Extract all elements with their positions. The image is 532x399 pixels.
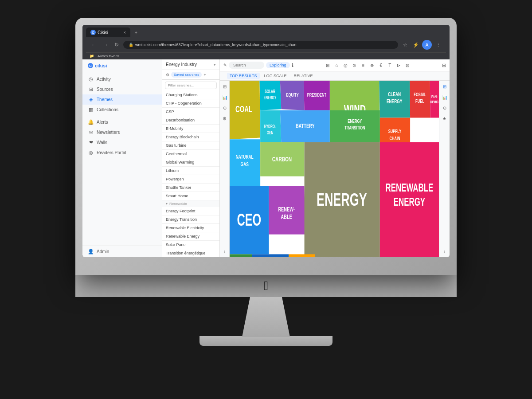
cell-fossil-fuels[interactable] [252,254,289,257]
profile-button[interactable]: A [422,40,432,50]
imac-stand-base [200,336,332,346]
address-bar[interactable]: 🔒 wmt.cikisi.com/themes/637/explore?char… [123,41,398,49]
list-item[interactable]: Energy Transition [162,215,219,224]
nav-icons: ☆ ⚡ A ⋮ [401,40,442,50]
list-item[interactable]: Transition énergétique [162,249,219,257]
collections-icon: ▦ [88,107,94,113]
side-icon-3[interactable]: ⊙ [221,104,229,112]
exploring-badge: Exploring [266,62,290,68]
cell-pandemic[interactable] [430,81,439,117]
sidebar-item-activity[interactable]: ◷ Activity [82,74,162,84]
sidebar-item-sources[interactable]: ⊞ Sources [82,84,162,94]
cell-solar-power[interactable] [289,254,315,257]
active-tab[interactable]: C Cikisi × [86,27,130,37]
side-icon-5[interactable]: ↓ [221,247,229,255]
back-button[interactable]: ← [90,41,98,49]
search-input[interactable] [165,82,217,89]
new-tab-button[interactable]: + [131,28,141,37]
forward-button[interactable]: → [101,41,110,49]
right-side-icon-2[interactable]: 📊 [441,93,449,101]
toolbar-icon-8[interactable]: T [386,61,394,69]
sidebar-item-alerts[interactable]: 🔔 Alerts [82,117,162,127]
sidebar-item-admin[interactable]: 👤 Admin [88,249,156,254]
saved-searches-tag[interactable]: Saved searches [171,72,202,78]
list-item[interactable]: E-Mobility [162,125,219,133]
label-battery: BATTERY [296,122,315,130]
right-side-icon-1[interactable]: ⊞ [441,82,449,90]
right-side-icon-3[interactable]: ⊙ [441,104,449,112]
toolbar-icon-6[interactable]: ⊕ [368,61,376,69]
label-pandemic-2: DEMIC [430,100,438,105]
sidebar-item-walls[interactable]: ❤ Walls [82,137,162,148]
toolbar-icon-4[interactable]: ⊙ [350,61,358,69]
list-item[interactable]: Shuttle Tanker [162,184,219,192]
list-item[interactable]: Solar Panel [162,241,219,249]
list-item[interactable]: Renewable Electricity [162,224,219,232]
saved-searches-label: Saved searches [174,73,199,77]
bookmark-star-icon[interactable]: ☆ [401,40,410,49]
bookmarks-text[interactable]: Autres favoris [98,54,119,58]
list-item[interactable]: Decarbonisation [162,116,219,125]
list-item[interactable]: Gas turbine [162,141,219,150]
toolbar-icon-7[interactable]: € [377,61,385,69]
sidebar-item-collections[interactable]: ▦ Collections [82,105,162,115]
right-side-icon-4[interactable]: ★ [441,114,449,122]
label-equity: EQUITY [286,92,299,98]
list-item[interactable]: Smart Home [162,192,219,200]
toolbar-icon-1[interactable]: ⊞ [324,61,332,69]
list-item[interactable]: CHP - Cogeneration [162,99,219,108]
list-item[interactable]: Renewable Energy [162,232,219,241]
right-side-icon-5[interactable]: ↓ [441,247,449,255]
refresh-button[interactable]: ↻ [113,41,121,49]
tab-log-scale[interactable]: LOG SCALE [262,73,289,79]
label-hydrogen-2: GEN [267,130,274,135]
sidebar-item-newsletters[interactable]: ✉ Newsletters [82,127,162,137]
browser-chrome: C Cikisi × + ← → ↻ 🔒 wmt.cikisi.com/them… [82,25,450,59]
bookmarks-bar: 📁 Autres favoris [86,52,446,59]
left-side-panel: ⊞ 📊 ⊙ ⚙ ↓ [220,81,230,257]
toolbar-icon-2[interactable]: ☆ [332,61,340,69]
list-item[interactable]: Powergen [162,175,219,184]
label-ceo: CEO [237,211,261,230]
list-item[interactable]: Geothermal [162,150,219,158]
list-item[interactable]: Charging Stations [162,91,219,99]
middle-panel: Energy Industry ▾ ⚙ Saved searches + [162,59,220,257]
side-icon-2[interactable]: 📊 [221,93,229,101]
toolbar-icon-9[interactable]: ⊳ [395,61,403,69]
walls-icon: ❤ [88,140,94,145]
sidebar-item-readers-portal[interactable]: ◎ Readers Portal [82,148,162,158]
main-toolbar: ✎ Exploring ℹ ⊞ ☆ ◎ ⊙ [220,59,450,71]
sidebar-item-themes[interactable]: ◈ Themes [82,94,162,105]
search-container: + [162,80,219,91]
list-item[interactable]: CSP [162,108,219,116]
toolbar-icon-5[interactable]: ≡ [359,61,367,69]
expand-icon[interactable]: ⊞ [442,63,446,68]
extensions-icon[interactable]: ⚡ [411,40,420,49]
tab-label: Cikisi [98,30,108,35]
label-energy: ENERGY [317,190,367,210]
menu-button[interactable]: ⋮ [434,40,442,49]
cell-green-energy[interactable] [230,254,252,257]
list-item[interactable]: Energy Blockchain [162,133,219,141]
app-container: C cikisi ◷ Activity ⊞ Sources [82,59,450,257]
tab-close-button[interactable]: × [123,30,126,35]
side-icon-4[interactable]: ⚙ [221,114,229,122]
sidebar-admin: 👤 Admin [82,246,162,257]
list-item[interactable]: Energy Footprint [162,207,219,215]
tab-top-results[interactable]: TOP RESULTS [227,73,260,79]
toolbar-icon-3[interactable]: ◎ [341,61,349,69]
admin-label: Admin [97,249,109,254]
list-item[interactable]: Global Warming [162,158,219,167]
exploring-label: Exploring [270,63,286,67]
edit-icon[interactable]: ✎ [223,63,227,67]
main-search-input[interactable] [229,62,264,69]
tab-relative[interactable]: RELATIVE [291,73,316,79]
side-icon-1[interactable]: ⊞ [221,82,229,90]
list-item[interactable]: Lithium [162,167,219,175]
toolbar-icon-10[interactable]: ⊡ [403,61,411,69]
section-collapse-icon[interactable]: ▾ [166,202,168,206]
label-clean-energy-2: ENERGY [387,98,403,105]
add-filter-icon[interactable]: + [203,73,206,77]
theme-dropdown-icon[interactable]: ▾ [214,63,216,67]
info-icon[interactable]: ℹ [292,63,293,68]
